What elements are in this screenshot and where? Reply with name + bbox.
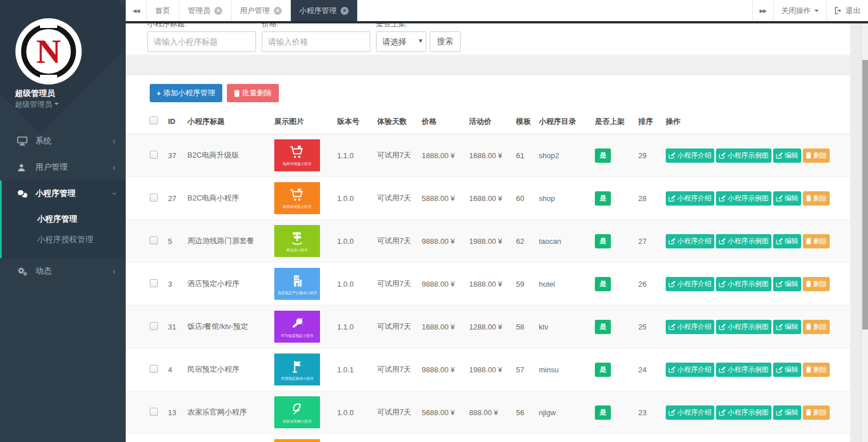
- search-button[interactable]: 搜索: [430, 31, 461, 52]
- col-version: 版本号: [337, 116, 377, 127]
- display-image[interactable]: 周边游小程序: [274, 225, 320, 257]
- close-icon[interactable]: ×: [214, 7, 222, 15]
- brand-logo: N: [15, 18, 82, 85]
- edit-button[interactable]: 编辑: [773, 405, 801, 420]
- row-title: B2C电商小程序: [187, 193, 274, 203]
- tab-miniprogram-manage[interactable]: 小程序管理×: [291, 0, 358, 21]
- row-price: 9888.00 ¥: [422, 237, 469, 246]
- edit-button[interactable]: 编辑: [773, 320, 801, 334]
- edit-button[interactable]: 编辑: [773, 191, 801, 206]
- row-checkbox[interactable]: [150, 322, 158, 330]
- plus-icon: +: [157, 89, 161, 98]
- row-checkbox[interactable]: [150, 408, 158, 416]
- collapse-tabs-right-button[interactable]: ▶▶: [752, 0, 773, 21]
- delete-button[interactable]: 删除: [803, 363, 830, 377]
- row-activity-price: 1688.00 ¥: [469, 151, 516, 160]
- delete-button[interactable]: 删除: [803, 234, 830, 248]
- edit-button[interactable]: 编辑: [773, 234, 801, 248]
- sidebar-subitem-miniprogram-manage[interactable]: 小程序管理: [2, 209, 126, 230]
- row-sort: 24: [638, 365, 666, 374]
- edit-button[interactable]: 编辑: [773, 363, 801, 377]
- user-role-dropdown[interactable]: 超级管理员: [15, 99, 59, 110]
- display-image[interactable]: 农家乐官网小程序: [274, 396, 320, 428]
- miniprogram-image-icon: [290, 230, 305, 246]
- caret-down-icon: [814, 10, 819, 14]
- close-icon[interactable]: ×: [341, 7, 349, 15]
- delete-button[interactable]: 删除: [803, 191, 830, 206]
- delete-button[interactable]: 删除: [803, 320, 830, 334]
- on-shelf-badge: 是: [595, 320, 611, 334]
- row-template: 62: [516, 237, 539, 246]
- row-checkbox[interactable]: [150, 194, 158, 202]
- tab-admin[interactable]: 管理员×: [179, 0, 231, 21]
- row-activity-price: 1288.00 ¥: [469, 323, 516, 331]
- example-image-button[interactable]: 小程序示例图: [716, 363, 771, 377]
- delete-button[interactable]: 删除: [803, 277, 830, 291]
- sidebar-item-users[interactable]: 用户管理 ‹: [0, 154, 126, 180]
- intro-button[interactable]: 小程序介绍: [666, 148, 714, 163]
- batch-delete-button[interactable]: 批量删除: [227, 84, 279, 102]
- row-title: 酒店预定小程序: [187, 279, 274, 289]
- intro-button[interactable]: 小程序介绍: [666, 320, 714, 334]
- row-checkbox[interactable]: [150, 365, 158, 373]
- close-icon[interactable]: ×: [274, 7, 282, 15]
- delete-button[interactable]: 删除: [803, 148, 830, 163]
- on-shelf-badge: 是: [595, 148, 611, 163]
- row-trial: 可试用7天: [377, 407, 422, 417]
- sidebar-menu: 系统 ‹ 用户管理 ‹ 小程序管理 ‹ 小程序管理 小程序授权管理 动态 ‹: [0, 128, 126, 284]
- row-activity-price: 1688.00 ¥: [469, 194, 516, 203]
- display-image[interactable]: 电商升级版小程序: [274, 139, 320, 171]
- display-image[interactable]: [274, 439, 320, 442]
- miniprogram-image-icon: [290, 315, 305, 331]
- price-input[interactable]: [262, 31, 370, 52]
- row-directory: hotel: [539, 280, 595, 288]
- intro-button[interactable]: 小程序介绍: [666, 234, 714, 248]
- row-checkbox[interactable]: [150, 279, 158, 287]
- example-image-button[interactable]: 小程序示例图: [716, 234, 771, 248]
- edit-button[interactable]: 编辑: [773, 277, 801, 291]
- row-checkbox[interactable]: [150, 236, 158, 244]
- edit-button[interactable]: 编辑: [773, 148, 801, 163]
- col-image: 展示图片: [274, 116, 337, 127]
- table-row: 13 农家乐官网小程序 农家乐官网小程序 1.0.0 可试用7天 5688.00…: [126, 391, 850, 434]
- shelf-select[interactable]: 请选择: [376, 31, 426, 52]
- sidebar-item-system[interactable]: 系统 ‹: [0, 128, 126, 154]
- miniprogram-title-input[interactable]: [147, 31, 256, 52]
- row-trial: 可试用7天: [377, 150, 422, 160]
- example-image-button[interactable]: 小程序示例图: [716, 148, 771, 163]
- scrollbar-thumb[interactable]: [862, 60, 868, 330]
- tab-user-manage[interactable]: 用户管理×: [231, 0, 291, 21]
- delete-button[interactable]: 删除: [803, 405, 830, 420]
- table-row: 37 B2C电商升级版 电商升级版小程序 1.1.0 可试用7天 1888.00…: [126, 134, 850, 177]
- display-image[interactable]: 酒店预定平台微信小程序: [274, 268, 320, 300]
- add-miniprogram-button[interactable]: +添加小程序管理: [150, 84, 222, 102]
- sidebar-subitem-miniprogram-auth[interactable]: 小程序授权管理: [2, 230, 126, 250]
- intro-button[interactable]: 小程序介绍: [666, 405, 714, 420]
- row-id: 13: [168, 408, 187, 417]
- example-image-button[interactable]: 小程序示例图: [716, 191, 771, 206]
- user-name: 超级管理员: [15, 89, 55, 99]
- intro-button[interactable]: 小程序介绍: [666, 363, 714, 377]
- double-left-icon: ◀◀: [133, 8, 139, 14]
- collapse-tabs-left-button[interactable]: ◀◀: [126, 0, 147, 21]
- miniprogram-image-icon: [290, 358, 305, 374]
- tab-home[interactable]: 首页: [147, 0, 179, 21]
- example-image-button[interactable]: 小程序示例图: [716, 277, 771, 291]
- display-image[interactable]: 电商标准版小程序: [274, 182, 320, 214]
- row-price: 1888.00 ¥: [422, 151, 469, 160]
- sidebar-item-miniprogram[interactable]: 小程序管理 ‹: [2, 180, 126, 207]
- table-header-row: ID 小程序标题 展示图片 版本号 体验天数 价格 活动价 模板 小程序目录 是…: [126, 109, 850, 134]
- row-checkbox[interactable]: [150, 151, 158, 159]
- select-all-checkbox[interactable]: [150, 116, 158, 124]
- display-image[interactable]: 民宿预定微信小程序: [274, 353, 320, 385]
- close-operations-dropdown[interactable]: 关闭操作: [773, 0, 826, 21]
- example-image-button[interactable]: 小程序示例图: [716, 405, 771, 420]
- display-image[interactable]: KTV饭店预定小程序: [274, 311, 320, 343]
- intro-button[interactable]: 小程序介绍: [666, 277, 714, 291]
- table-body: 37 B2C电商升级版 电商升级版小程序 1.1.0 可试用7天 1888.00…: [126, 134, 850, 442]
- intro-button[interactable]: 小程序介绍: [666, 191, 714, 206]
- sidebar-item-dynamic[interactable]: 动态 ‹: [0, 258, 126, 284]
- vertical-scrollbar[interactable]: [861, 23, 868, 442]
- logout-button[interactable]: 退出: [826, 0, 868, 21]
- example-image-button[interactable]: 小程序示例图: [716, 320, 771, 334]
